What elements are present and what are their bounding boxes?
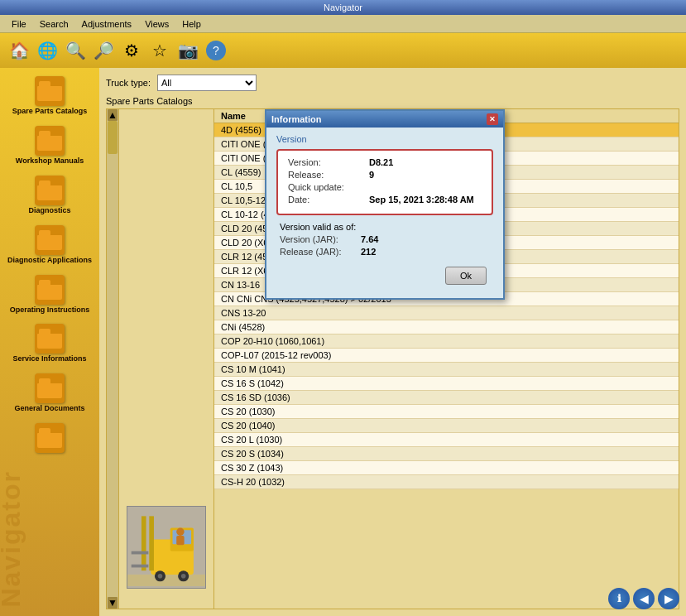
- workshop-icon: [35, 126, 65, 156]
- main-layout: Spare Parts Catalogs Workshop Manuals Di…: [0, 68, 686, 616]
- version-jar-value: 7.64: [361, 234, 378, 244]
- release-value: 9: [369, 170, 374, 180]
- diag-apps-icon: [35, 225, 65, 255]
- operating-icon: [35, 275, 65, 305]
- version-label: Version:: [288, 157, 362, 167]
- sidebar-item-extra[interactable]: [0, 418, 99, 460]
- sidebar-item-service[interactable]: Service Informations: [0, 319, 99, 368]
- sidebar-item-service-label: Service Informations: [12, 355, 86, 363]
- information-dialog: Information ✕ Version Version: D8.21 Rel…: [265, 109, 505, 300]
- sidebar-item-operating-label: Operating Instructions: [10, 306, 90, 315]
- ok-button-row: Ok: [276, 263, 493, 291]
- toolbar: 🏠 🌐 🔍 🔎 ⚙ ☆ 📷 ?: [0, 33, 686, 68]
- version-jar-row: Version (JAR): 7.64: [280, 234, 490, 244]
- version-info-box: Version: D8.21 Release: 9 Quick update:: [276, 149, 493, 215]
- sidebar: Spare Parts Catalogs Workshop Manuals Di…: [0, 68, 99, 616]
- sidebar-item-diag-apps-label: Diagnostic Applications: [7, 257, 92, 265]
- content-area: Truck type: All Spare Parts Catalogs ▲ ▼: [99, 68, 686, 616]
- settings-button[interactable]: ⚙: [119, 38, 144, 63]
- dialog-title-bar: Information ✕: [266, 111, 503, 128]
- spare-parts-icon: [35, 76, 65, 106]
- valid-section: Version valid as of: Version (JAR): 7.64…: [276, 222, 493, 257]
- menu-views[interactable]: Views: [138, 17, 175, 31]
- release-label: Release:: [288, 170, 362, 180]
- star-button[interactable]: ☆: [147, 38, 172, 63]
- diagnostics-icon: [35, 176, 65, 205]
- version-row: Version: D8.21: [288, 157, 482, 167]
- sidebar-item-workshop[interactable]: Workshop Manuals: [0, 121, 99, 171]
- service-icon: [35, 324, 65, 354]
- quick-update-row: Quick update:: [288, 182, 482, 192]
- title-bar: Navigator: [0, 0, 686, 15]
- release-jar-value: 212: [361, 247, 376, 257]
- menu-adjustments[interactable]: Adjustments: [75, 17, 139, 31]
- version-jar-label: Version (JAR):: [280, 234, 354, 244]
- quick-update-label: Quick update:: [288, 182, 362, 192]
- camera-button[interactable]: 📷: [175, 38, 200, 63]
- app-title: Navigator: [324, 2, 362, 12]
- dialog-body: Version Version: D8.21 Release: 9 Quick …: [266, 128, 503, 298]
- search-button[interactable]: 🔍: [63, 38, 88, 63]
- dialog-overlay: Information ✕ Version Version: D8.21 Rel…: [99, 68, 686, 616]
- zoom-button[interactable]: 🔎: [91, 38, 116, 63]
- date-label: Date:: [288, 195, 362, 205]
- sidebar-item-general-label: General Documents: [14, 405, 84, 413]
- version-value: D8.21: [369, 157, 393, 167]
- valid-title: Version valid as of:: [280, 222, 490, 232]
- dialog-close-button[interactable]: ✕: [487, 113, 498, 125]
- release-jar-label: Release (JAR):: [280, 247, 354, 257]
- menu-file[interactable]: File: [5, 17, 33, 31]
- release-row: Release: 9: [288, 170, 482, 180]
- help-button[interactable]: ?: [204, 38, 228, 63]
- menu-help[interactable]: Help: [175, 17, 208, 31]
- sidebar-item-diagnostics-label: Diagnostics: [28, 207, 70, 215]
- sidebar-item-general[interactable]: General Documents: [0, 368, 99, 418]
- menu-bar: File Search Adjustments Views Help: [0, 15, 686, 33]
- sidebar-item-spare-parts-label: Spare Parts Catalogs: [12, 108, 88, 116]
- menu-search[interactable]: Search: [33, 17, 75, 31]
- date-row: Date: Sep 15, 2021 3:28:48 AM: [288, 195, 482, 205]
- sidebar-watermark: Navigator: [0, 470, 26, 608]
- general-icon: [35, 373, 65, 403]
- globe-button[interactable]: 🌐: [35, 38, 60, 63]
- extra-icon: [35, 423, 65, 453]
- sidebar-item-diag-apps[interactable]: Diagnostic Applications: [0, 220, 99, 270]
- home-button[interactable]: 🏠: [7, 38, 31, 63]
- sidebar-item-operating[interactable]: Operating Instructions: [0, 270, 99, 320]
- dialog-title: Information: [271, 114, 322, 124]
- release-jar-row: Release (JAR): 212: [280, 247, 490, 257]
- sidebar-item-diagnostics[interactable]: Diagnostics: [0, 171, 99, 220]
- sidebar-item-workshop-label: Workshop Manuals: [16, 157, 84, 166]
- ok-button[interactable]: Ok: [445, 267, 487, 285]
- dialog-section-label: Version: [276, 134, 493, 144]
- date-value: Sep 15, 2021 3:28:48 AM: [369, 195, 474, 205]
- sidebar-item-spare-parts[interactable]: Spare Parts Catalogs: [0, 71, 99, 121]
